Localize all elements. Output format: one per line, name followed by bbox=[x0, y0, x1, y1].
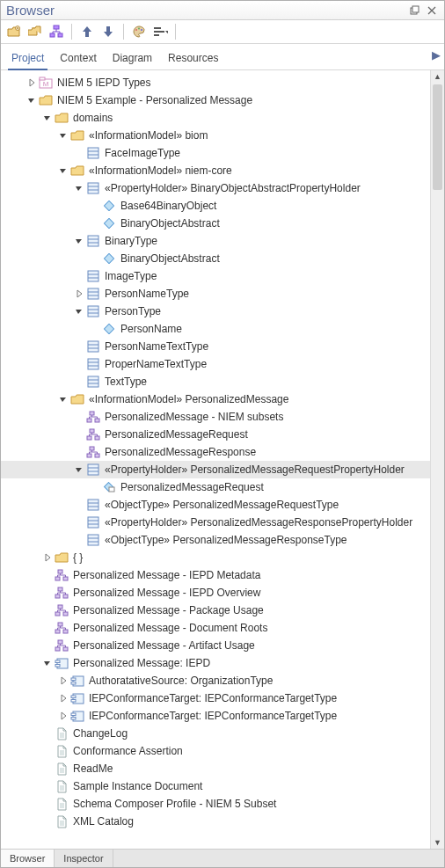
tree-node[interactable]: ReadMe bbox=[1, 760, 430, 777]
collapse-icon[interactable] bbox=[73, 305, 85, 317]
tree-node[interactable]: Schema Composer Profile - NIEM 5 Subset bbox=[1, 795, 430, 813]
tree-node[interactable]: ImageType bbox=[1, 267, 430, 285]
tree-node-label: «InformationModel» niem-core bbox=[87, 164, 234, 178]
tree-node[interactable]: NIEM 5 Example - Personalized Message bbox=[1, 91, 430, 109]
collapse-icon[interactable] bbox=[57, 164, 69, 177]
scroll-up-button[interactable]: ▲ bbox=[431, 70, 444, 83]
tree-node[interactable]: ChangeLog bbox=[1, 725, 430, 742]
scrollbar-vertical[interactable]: ▲ ▼ bbox=[430, 70, 444, 849]
tree-node-label: IEPConformanceTarget: IEPConformanceTarg… bbox=[87, 691, 339, 705]
tree-node[interactable]: Personalized Message - Document Roots bbox=[1, 619, 430, 637]
tree-node[interactable]: «PropertyHolder» PersonalizedMessageRequ… bbox=[1, 461, 430, 478]
tree-node-label: ProperNameTextType bbox=[103, 357, 208, 371]
tree-node[interactable]: «InformationModel» biom bbox=[1, 127, 430, 144]
footer-tab-inspector[interactable]: Inspector bbox=[55, 850, 113, 867]
tree-node[interactable]: TextType bbox=[1, 373, 430, 390]
move-up-button[interactable] bbox=[79, 24, 95, 40]
class-icon bbox=[86, 357, 100, 371]
overflow-icon[interactable]: ▶ bbox=[432, 48, 441, 62]
tree-node[interactable]: BinaryObjectAbstract bbox=[1, 250, 430, 267]
doc-icon bbox=[55, 797, 69, 811]
tree-node[interactable]: PersonName bbox=[1, 320, 430, 338]
tab-context[interactable]: Context bbox=[56, 49, 99, 69]
tab-diagram[interactable]: Diagram bbox=[109, 49, 156, 69]
tree-node[interactable]: PersonalizedMessageResponse bbox=[1, 443, 430, 461]
svg-rect-48 bbox=[95, 436, 99, 440]
expand-icon[interactable] bbox=[26, 77, 38, 89]
tree-node[interactable]: «PropertyHolder» BinaryObjectAbstractPro… bbox=[1, 179, 430, 197]
new-package-button[interactable] bbox=[6, 24, 22, 40]
svg-rect-1 bbox=[412, 6, 419, 12]
tab-project[interactable]: Project bbox=[8, 49, 47, 70]
restore-icon[interactable] bbox=[407, 4, 421, 18]
align-dropdown[interactable] bbox=[152, 24, 168, 40]
project-tree[interactable]: MNIEM 5 IEPD TypesNIEM 5 Example - Perso… bbox=[1, 70, 430, 849]
structure-button[interactable] bbox=[48, 24, 64, 40]
tree-node[interactable]: PersonalizedMessageRequest bbox=[1, 478, 430, 496]
collapse-icon[interactable] bbox=[41, 657, 54, 669]
tree-node[interactable]: domains bbox=[1, 109, 430, 127]
collapse-icon[interactable] bbox=[57, 129, 69, 142]
class-icon bbox=[86, 515, 100, 529]
tree-node[interactable]: Conformance Assertion bbox=[1, 742, 430, 760]
tree-node-label: «PropertyHolder» PersonalizedMessageRequ… bbox=[103, 463, 406, 477]
palette-button[interactable] bbox=[131, 24, 147, 40]
tree-node[interactable]: BinaryType bbox=[1, 232, 430, 250]
svg-rect-33 bbox=[104, 324, 113, 333]
tree-node[interactable]: Base64BinaryObject bbox=[1, 197, 430, 215]
scroll-thumb[interactable] bbox=[433, 84, 442, 190]
scroll-down-button[interactable]: ▼ bbox=[431, 836, 444, 849]
svg-rect-92 bbox=[71, 717, 76, 719]
tree-node[interactable]: PersonNameTextType bbox=[1, 338, 430, 355]
tree-node[interactable]: PersonalizedMessage - NIEM subsets bbox=[1, 408, 430, 426]
tree-node[interactable]: XML Catalog bbox=[1, 813, 430, 830]
tree-node[interactable]: Sample Instance Document bbox=[1, 777, 430, 795]
packages-button[interactable] bbox=[27, 24, 43, 40]
titlebar: Browser bbox=[1, 1, 444, 20]
tab-resources[interactable]: Resources bbox=[164, 49, 222, 69]
tree-node[interactable]: { } bbox=[1, 549, 430, 566]
collapse-icon[interactable] bbox=[73, 235, 85, 247]
tree-node[interactable]: IEPConformanceTarget: IEPConformanceTarg… bbox=[1, 707, 430, 725]
footer-tab-browser[interactable]: Browser bbox=[1, 850, 55, 867]
tree-node-label: BinaryObjectAbstract bbox=[119, 216, 222, 230]
expand-icon[interactable] bbox=[57, 675, 69, 687]
tree-node[interactable]: «InformationModel» PersonalizedMessage bbox=[1, 390, 430, 408]
tree-node[interactable]: «ObjectType» PersonalizedMessageRequestT… bbox=[1, 496, 430, 514]
tree-node[interactable]: PersonalizedMessageRequest bbox=[1, 426, 430, 443]
tree-node[interactable]: Personalized Message - IEPD Overview bbox=[1, 584, 430, 602]
collapse-icon[interactable] bbox=[41, 112, 54, 124]
tree-node[interactable]: IEPConformanceTarget: IEPConformanceTarg… bbox=[1, 689, 430, 707]
tree-node[interactable]: BinaryObjectAbstract bbox=[1, 215, 430, 232]
expand-icon[interactable] bbox=[73, 288, 85, 300]
expand-icon[interactable] bbox=[57, 692, 69, 704]
tree-node[interactable]: «PropertyHolder» PersonalizedMessageResp… bbox=[1, 514, 430, 531]
tree-node[interactable]: Personalized Message - Artifact Usage bbox=[1, 637, 430, 654]
tree-node[interactable]: ProperNameTextType bbox=[1, 355, 430, 373]
collapse-icon[interactable] bbox=[73, 182, 85, 194]
tree-node[interactable]: «InformationModel» niem-core bbox=[1, 162, 430, 179]
tree-node[interactable]: PersonType bbox=[1, 303, 430, 320]
class-icon bbox=[86, 269, 100, 283]
tree-node[interactable]: FaceImageType bbox=[1, 144, 430, 162]
expand-icon[interactable] bbox=[57, 710, 69, 722]
collapse-icon[interactable] bbox=[57, 393, 69, 405]
svg-rect-89 bbox=[71, 699, 76, 702]
class-icon bbox=[86, 533, 100, 547]
move-down-button[interactable] bbox=[100, 24, 116, 40]
tree-node[interactable]: Personalized Message - IEPD Metadata bbox=[1, 566, 430, 584]
tree-node[interactable]: PersonNameType bbox=[1, 285, 430, 303]
tree-node[interactable]: «ObjectType» PersonalizedMessageResponse… bbox=[1, 531, 430, 549]
collapse-icon[interactable] bbox=[26, 94, 38, 106]
collapse-icon[interactable] bbox=[73, 463, 85, 476]
close-icon[interactable] bbox=[425, 4, 439, 18]
svg-rect-66 bbox=[58, 570, 62, 573]
separator bbox=[175, 24, 176, 40]
tree-node[interactable]: MNIEM 5 IEPD Types bbox=[1, 74, 430, 91]
tree-node[interactable]: AuthoratativeSource: OrganizationType bbox=[1, 672, 430, 689]
expander-none bbox=[73, 534, 85, 546]
tree-node-label: { } bbox=[71, 551, 84, 565]
expand-icon[interactable] bbox=[41, 551, 54, 564]
tree-node[interactable]: Personalized Message: IEPD bbox=[1, 654, 430, 672]
tree-node[interactable]: Personalized Message - Package Usage bbox=[1, 602, 430, 619]
